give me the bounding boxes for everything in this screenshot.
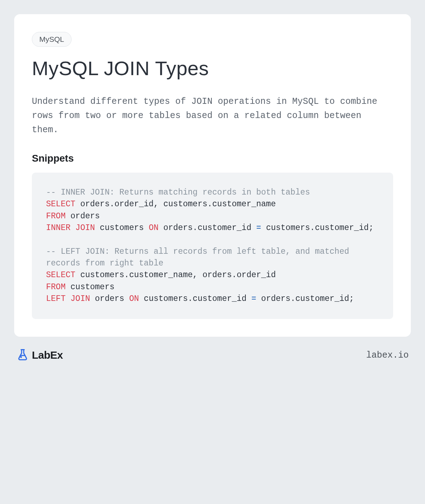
page-description: Understand different types of JOIN opera…: [32, 95, 393, 137]
flask-icon: [16, 348, 29, 362]
brand-name: LabEx: [32, 349, 63, 361]
content-card: MySQL MySQL JOIN Types Understand differ…: [14, 14, 411, 337]
category-tag: MySQL: [32, 32, 72, 47]
svg-point-0: [21, 357, 22, 358]
footer: LabEx labex.io: [14, 348, 411, 362]
page-title: MySQL JOIN Types: [32, 57, 393, 80]
code-snippet: -- INNER JOIN: Returns matching records …: [32, 173, 393, 319]
brand-logo: LabEx: [16, 348, 63, 362]
site-url: labex.io: [366, 350, 409, 360]
snippets-heading: Snippets: [32, 153, 393, 164]
